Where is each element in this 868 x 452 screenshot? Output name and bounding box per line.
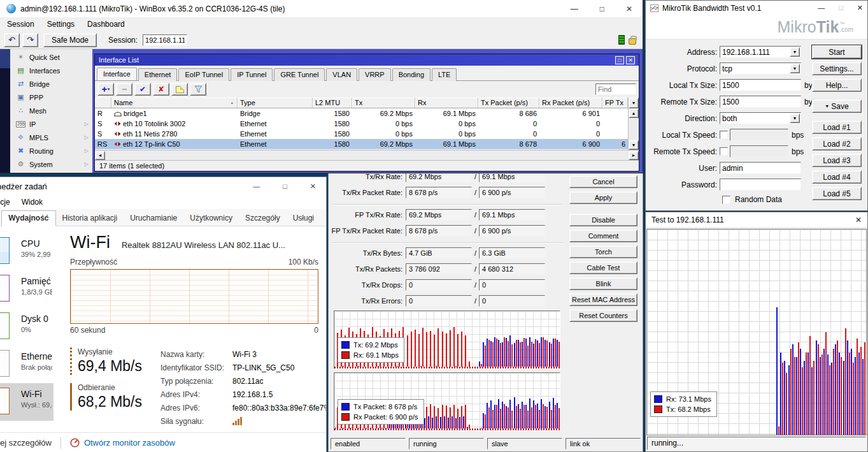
menu-widok[interactable]: Widok bbox=[22, 198, 43, 207]
tab-historia-aplikacji[interactable]: Historia aplikacji bbox=[56, 211, 124, 226]
tab-wydajno[interactable]: Wydajność bbox=[1, 210, 55, 226]
local-tx-size-field[interactable] bbox=[720, 79, 801, 91]
button-comment[interactable]: Comment bbox=[569, 230, 637, 242]
sidebar-item-ip[interactable]: 255IP▷ bbox=[10, 117, 92, 131]
button-settings[interactable]: Settings... bbox=[812, 62, 862, 75]
user-field[interactable] bbox=[720, 162, 801, 174]
column-header-tx[interactable]: Tx bbox=[352, 98, 415, 108]
button-blink[interactable]: Blink bbox=[569, 277, 637, 290]
menu-settings[interactable]: Settings bbox=[47, 20, 75, 29]
remove-button[interactable]: − bbox=[116, 83, 132, 96]
remote-tx-size-field[interactable] bbox=[720, 96, 801, 108]
sidebar-item-mpls[interactable]: ❖MPLS▷ bbox=[10, 131, 92, 144]
column-header-fp-tx[interactable]: FP Tx bbox=[602, 98, 628, 108]
close-icon[interactable]: ✕ bbox=[626, 56, 635, 64]
column-select-button[interactable]: ▼ bbox=[629, 98, 639, 108]
button-torch[interactable]: Torch bbox=[569, 245, 637, 258]
column-header-l2-mtu[interactable]: L2 MTU bbox=[313, 98, 352, 108]
tab-szczeg-y[interactable]: Szczegóły bbox=[239, 211, 287, 226]
button-cancel[interactable]: Cancel bbox=[569, 175, 637, 188]
button-load-2[interactable]: Load #2 bbox=[812, 137, 862, 150]
column-header-flags[interactable] bbox=[95, 98, 111, 108]
button-load-5[interactable]: Load #5 bbox=[812, 187, 862, 200]
column-header-tx-packet-p-s[interactable]: Tx Packet (p/s) bbox=[478, 98, 539, 108]
tab-bonding[interactable]: Bonding bbox=[392, 68, 430, 81]
tab-u-ytkownicy[interactable]: Użytkownicy bbox=[183, 211, 239, 226]
dropdown-arrow-icon[interactable]: ▼ bbox=[790, 113, 800, 123]
column-header-rx[interactable]: Rx bbox=[415, 98, 478, 108]
menu-dashboard[interactable]: Dashboard bbox=[87, 20, 125, 29]
local-tx-speed-checkbox[interactable] bbox=[720, 131, 728, 139]
protocol-combo[interactable]: tcp▼ bbox=[720, 62, 801, 75]
sidebar-item-routing[interactable]: ✖Routing▷ bbox=[10, 144, 92, 157]
close-button[interactable]: ✕ bbox=[626, 4, 632, 13]
address-combo[interactable]: 192.168.1.111▼ bbox=[720, 46, 801, 58]
sidebar-item-pami[interactable]: Pamięć1,8/3,9 GB bbox=[0, 270, 53, 308]
session-input[interactable] bbox=[143, 34, 187, 46]
tab-gre-tunnel[interactable]: GRE Tunnel bbox=[274, 68, 325, 81]
table-row[interactable]: Seth 11 Netis 2780Ethernet15800 bps0 bps… bbox=[95, 129, 628, 139]
random-data-checkbox[interactable] bbox=[722, 196, 730, 204]
button-reset-mac-address[interactable]: Reset MAC Address bbox=[569, 293, 637, 306]
column-header-name[interactable]: Name▴ bbox=[111, 98, 238, 108]
horizontal-scrollbar[interactable]: ◄ ► bbox=[95, 150, 639, 160]
enable-button[interactable]: ✔ bbox=[134, 83, 151, 96]
sidebar-item-ppp[interactable]: ▣PPP bbox=[10, 91, 92, 104]
table-row[interactable]: Seth 10 Totolink 3002Ethernet15800 bps0 … bbox=[95, 119, 628, 129]
maximize-button[interactable]: □ bbox=[600, 4, 604, 13]
undo-button[interactable]: ↶ bbox=[4, 33, 20, 47]
sidebar-item-interfaces[interactable]: ▤Interfaces bbox=[10, 64, 92, 77]
interface-list-titlebar[interactable]: Interface List □ ✕ bbox=[95, 54, 639, 66]
restore-button[interactable]: □ bbox=[615, 56, 624, 64]
minimize-button[interactable]: — bbox=[571, 4, 578, 13]
button-load-3[interactable]: Load #3 bbox=[812, 154, 862, 167]
tab-vlan[interactable]: VLAN bbox=[326, 68, 357, 81]
filter-button[interactable] bbox=[190, 83, 206, 96]
menu-session[interactable]: Session bbox=[7, 20, 34, 29]
sidebar-item-wi-fi[interactable]: Wi-FiWysł.: 69,4 bbox=[0, 383, 53, 421]
tab-lte[interactable]: LTE bbox=[432, 68, 457, 81]
scroll-left-icon[interactable]: ◄ bbox=[95, 151, 105, 160]
direction-combo[interactable]: both▼ bbox=[720, 112, 801, 124]
scroll-right-icon[interactable]: ► bbox=[629, 151, 639, 160]
sidebar-item-mesh[interactable]: ∴Mesh bbox=[10, 104, 92, 117]
tab-interface[interactable]: Interface bbox=[97, 68, 137, 80]
remote-tx-speed-checkbox[interactable] bbox=[720, 147, 728, 156]
tab-eoip-tunnel[interactable]: EoIP Tunnel bbox=[178, 68, 229, 81]
redo-button[interactable]: ↷ bbox=[22, 33, 38, 47]
maximize-button[interactable]: □ bbox=[283, 182, 287, 191]
vertical-scrollbar[interactable]: ▲ ▼ bbox=[629, 108, 639, 150]
tab-uruchamianie[interactable]: Uruchamianie bbox=[124, 211, 183, 226]
button-disable[interactable]: Disable bbox=[569, 214, 637, 226]
sidebar-item-system[interactable]: ⚙System▷ bbox=[10, 157, 92, 171]
close-button[interactable]: ✕ bbox=[310, 182, 316, 191]
minimize-button[interactable]: — bbox=[818, 4, 825, 12]
find-input[interactable] bbox=[596, 84, 636, 94]
minimize-button[interactable]: — bbox=[253, 182, 260, 191]
table-row[interactable]: Rbridge1Bridge158069.2 Mbps69.1 Mbps8 68… bbox=[95, 108, 628, 119]
column-header-rx-packet-p-s[interactable]: Rx Packet (p/s) bbox=[539, 98, 602, 108]
tab-vrrp[interactable]: VRRP bbox=[359, 68, 391, 81]
sidebar-item-cpu[interactable]: CPU39% 2,99 GHz bbox=[0, 233, 53, 270]
column-header-type[interactable]: Type bbox=[238, 98, 313, 108]
tab-ip-tunnel[interactable]: IP Tunnel bbox=[231, 68, 273, 81]
sidebar-item-quick-set[interactable]: ✶Quick Set bbox=[10, 50, 92, 64]
dropdown-arrow-icon[interactable]: ▼ bbox=[790, 47, 800, 57]
tab-ethernet[interactable]: Ethernet bbox=[138, 68, 178, 81]
dropdown-arrow-icon[interactable]: ▼ bbox=[790, 64, 800, 73]
sidebar-item-dysk-0[interactable]: Dysk 00% bbox=[0, 308, 53, 346]
button-save[interactable]: ▼Save bbox=[812, 99, 862, 113]
button-cable-test[interactable]: Cable Test bbox=[569, 261, 637, 274]
details-toggle[interactable]: Mniej szczegółów bbox=[0, 438, 52, 448]
sidebar-item-ethernet[interactable]: EthernetBrak połączenia bbox=[0, 346, 53, 383]
scroll-down-icon[interactable]: ▼ bbox=[629, 140, 639, 150]
scroll-up-icon[interactable]: ▲ bbox=[629, 108, 639, 118]
disable-button[interactable]: ✘ bbox=[153, 83, 169, 96]
sidebar-item-bridge[interactable]: ⇄Bridge bbox=[10, 77, 92, 91]
button-load-1[interactable]: Load #1 bbox=[812, 120, 862, 134]
button-load-4[interactable]: Load #4 bbox=[812, 170, 862, 184]
button-apply[interactable]: Apply bbox=[569, 191, 637, 204]
button-help[interactable]: Help... bbox=[812, 78, 862, 92]
button-start[interactable]: Start bbox=[812, 45, 862, 59]
add-button[interactable]: +▾ bbox=[97, 83, 114, 96]
